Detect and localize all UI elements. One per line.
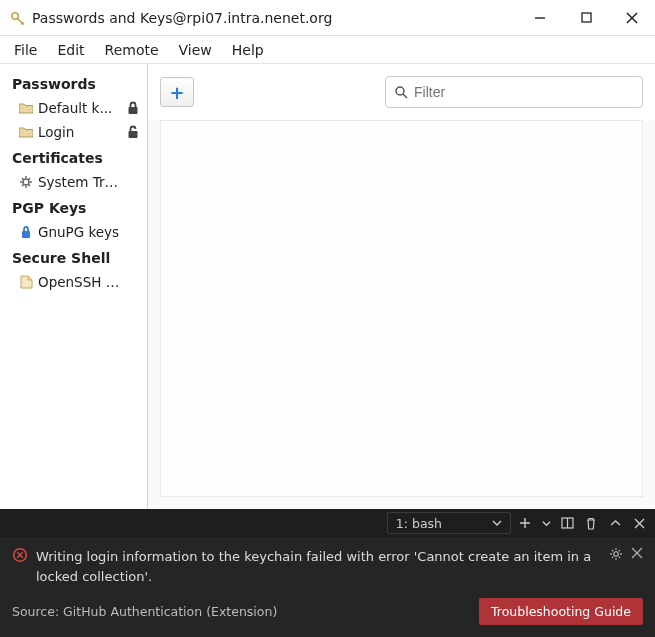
pgp-icon [18, 224, 34, 240]
terminal-dropdown[interactable]: 1: bash [387, 512, 511, 534]
split-terminal-button[interactable] [557, 511, 577, 535]
filter-input[interactable] [414, 84, 634, 100]
svg-rect-3 [129, 131, 138, 138]
sidebar-section-passwords: Passwords [0, 70, 147, 96]
terminal-dropdown-label: 1: bash [396, 516, 442, 531]
sidebar-item-system-trust[interactable]: System Trust [0, 170, 147, 194]
menu-file[interactable]: File [4, 38, 47, 62]
folder-icon [18, 124, 34, 140]
sidebar-section-pgp: PGP Keys [0, 194, 147, 220]
close-icon[interactable] [631, 547, 643, 561]
error-icon [12, 547, 28, 563]
toolbar: + [148, 64, 655, 120]
terminal-bar: 1: bash [0, 509, 655, 537]
search-icon [394, 85, 408, 99]
svg-rect-5 [22, 231, 30, 238]
add-button[interactable]: + [160, 77, 194, 107]
chevron-down-icon[interactable] [539, 511, 553, 535]
notification-source: Source: GitHub Authentication (Extension… [12, 604, 467, 619]
titlebar: Passwords and Keys@rpi07.intra.nenet.org [0, 0, 655, 36]
sidebar-item-label: Default k... [38, 100, 112, 116]
app-icon [8, 9, 26, 27]
sidebar-item-label: OpenSSH keys [38, 274, 120, 290]
menu-help[interactable]: Help [222, 38, 274, 62]
gear-icon[interactable] [609, 547, 623, 561]
sidebar-item-login[interactable]: Login [0, 120, 147, 144]
svg-point-4 [23, 179, 29, 185]
sidebar-item-label: System Trust [38, 174, 120, 190]
trash-icon[interactable] [581, 511, 601, 535]
sidebar-section-certificates: Certificates [0, 144, 147, 170]
filter-box[interactable] [385, 76, 643, 108]
svg-point-6 [396, 87, 404, 95]
plus-icon: + [169, 82, 184, 103]
sidebar-item-label: Login [38, 124, 74, 140]
sidebar-section-ssh: Secure Shell [0, 244, 147, 270]
notification: Writing login information to the keychai… [0, 537, 655, 637]
svg-point-9 [614, 552, 619, 557]
app-body: Passwords Default k... Login Certificate… [0, 64, 655, 509]
lock-open-icon [127, 125, 139, 139]
svg-rect-2 [129, 107, 138, 114]
sidebar-item-label: GnuPG keys [38, 224, 119, 240]
folder-icon [18, 100, 34, 116]
window-title: Passwords and Keys@rpi07.intra.nenet.org [32, 10, 332, 26]
gear-icon [18, 174, 34, 190]
svg-point-0 [12, 12, 18, 18]
close-button[interactable] [609, 0, 655, 36]
terminal-new-button[interactable] [515, 511, 535, 535]
menubar: File Edit Remote View Help [0, 36, 655, 64]
menu-view[interactable]: View [169, 38, 222, 62]
minimize-button[interactable] [517, 0, 563, 36]
menu-edit[interactable]: Edit [47, 38, 94, 62]
chevron-down-icon [492, 518, 502, 528]
menu-remote[interactable]: Remote [95, 38, 169, 62]
lock-icon [127, 101, 139, 115]
content-area [160, 120, 643, 497]
sidebar-item-default-keyring[interactable]: Default k... [0, 96, 147, 120]
close-panel-button[interactable] [629, 511, 649, 535]
file-icon [18, 274, 34, 290]
troubleshooting-guide-button[interactable]: Troubleshooting Guide [479, 598, 643, 625]
sidebar-item-openssh[interactable]: OpenSSH keys [0, 270, 147, 294]
sidebar: Passwords Default k... Login Certificate… [0, 64, 148, 509]
maximize-button[interactable] [563, 0, 609, 36]
chevron-up-icon[interactable] [605, 511, 625, 535]
notification-message: Writing login information to the keychai… [36, 547, 601, 586]
svg-rect-1 [582, 13, 591, 22]
sidebar-item-gnupg[interactable]: GnuPG keys [0, 220, 147, 244]
main-area: + [148, 64, 655, 509]
